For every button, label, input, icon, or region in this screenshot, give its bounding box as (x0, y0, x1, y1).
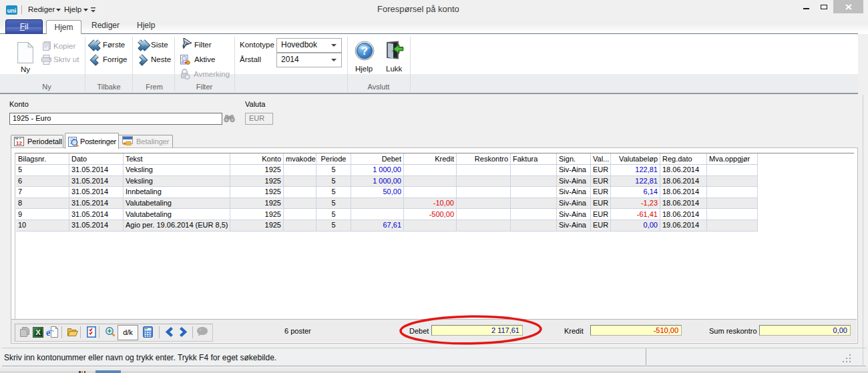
svg-text:12: 12 (16, 140, 22, 146)
svg-text:?: ? (361, 45, 368, 57)
svg-text:uni: uni (7, 7, 17, 14)
svg-text:X: X (35, 328, 41, 336)
